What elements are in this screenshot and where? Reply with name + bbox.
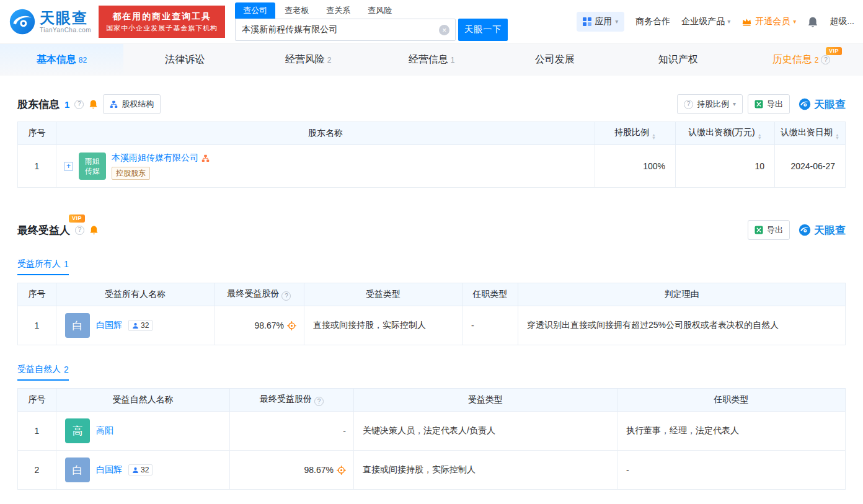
shareholders-section: 股东信息 1 ? 股权结构 ? 持股比例 ▾: [17, 94, 846, 188]
tab-company-development[interactable]: 公司发展: [493, 44, 616, 76]
tab-label: 法律诉讼: [165, 53, 205, 66]
equity-structure-button[interactable]: 股权结构: [103, 94, 161, 114]
nav-business-cooperation[interactable]: 商务合作: [635, 16, 670, 27]
tab-label: 历史信息: [772, 53, 812, 66]
nav-open-membership[interactable]: 开通会员 ▾: [741, 16, 796, 27]
tab-label: 经营信息: [409, 53, 448, 66]
nav-enterprise-products-label: 企业级产品: [681, 16, 725, 27]
row-index: 2: [18, 451, 56, 490]
tab-label: 经营风险: [285, 53, 325, 66]
nav-business-cooperation-label: 商务合作: [635, 16, 670, 27]
final-share-cell: -: [230, 412, 354, 451]
tab-count: 1: [451, 56, 455, 64]
top-nav: 应用 ▾ 商务合作 企业级产品 ▾ 开通会员 ▾ 超级...: [577, 12, 854, 32]
sort-icon[interactable]: ▲▼: [652, 133, 656, 139]
col-subscribed-capital[interactable]: 认缴出资额(万元)▲▼: [676, 122, 775, 145]
grid-apps-icon: [583, 17, 591, 26]
beneficiary-section: 最终受益人 VIP ? 导出: [17, 220, 846, 490]
person-link[interactable]: 白国辉: [96, 320, 122, 331]
beneficiary-title: 最终受益人: [17, 223, 70, 237]
tab-history-info[interactable]: VIP 历史信息 2 ?: [740, 44, 863, 76]
search-tab-risk[interactable]: 查风险: [360, 2, 400, 19]
nav-apps-label: 应用: [595, 16, 612, 27]
equity-structure-icon[interactable]: [201, 154, 210, 162]
export-button[interactable]: 导出: [748, 94, 790, 114]
col-index: 序号: [18, 283, 56, 306]
search-tab-company[interactable]: 查公司: [235, 2, 275, 19]
nav-apps-button[interactable]: 应用 ▾: [577, 12, 624, 32]
tab-label: 公司发展: [535, 53, 575, 66]
person-link[interactable]: 高阳: [96, 425, 113, 436]
person-avatar[interactable]: 白: [65, 313, 90, 338]
owner-name-cell: 白 白国辉 32: [56, 306, 215, 345]
subscribe-bell-icon[interactable]: [89, 99, 98, 109]
question-icon[interactable]: ?: [75, 226, 84, 235]
col-position-type: 任职类型: [462, 283, 518, 306]
question-icon[interactable]: ?: [281, 291, 291, 301]
position-type-value: -: [462, 306, 518, 345]
company-avatar[interactable]: 雨姐传媒: [79, 153, 106, 180]
search-button[interactable]: 天眼一下: [458, 19, 508, 41]
tab-basic-info[interactable]: 基本信息 82: [0, 44, 123, 76]
sort-icon[interactable]: ▲▼: [835, 133, 839, 139]
natural-name-cell: 白 白国辉 32: [56, 451, 230, 490]
crown-icon: [741, 17, 752, 27]
col-position-type: 任职类型: [617, 389, 846, 412]
equity-structure-label: 股权结构: [122, 99, 154, 110]
subtab-beneficial-owners[interactable]: 受益所有人 1: [17, 259, 69, 275]
question-icon[interactable]: ?: [314, 397, 324, 406]
export-button[interactable]: 导出: [748, 220, 790, 240]
person-avatar[interactable]: 高: [65, 418, 90, 443]
tianyancha-logo[interactable]: 天眼查 TianYanCha.com: [9, 8, 91, 35]
holding-ratio-label: 持股比例: [697, 99, 729, 110]
benefit-type-value: 直接或间接持股，实际控制人: [304, 306, 462, 345]
col-index: 序号: [18, 122, 56, 145]
tab-business-info[interactable]: 经营信息 1: [370, 44, 493, 76]
nav-enterprise-products[interactable]: 企业级产品 ▾: [681, 16, 730, 27]
logo-title: 天眼查: [40, 10, 91, 26]
chevron-down-icon: ▾: [793, 19, 796, 25]
equity-penetration-icon[interactable]: [287, 321, 296, 330]
search-row: × 天眼一下: [235, 19, 508, 41]
nav-username[interactable]: 超级...: [830, 16, 854, 27]
question-icon[interactable]: ?: [821, 55, 830, 64]
col-judgment-reason: 判定理由: [518, 283, 846, 306]
shareholders-table: 序号 股东名称 持股比例▲▼ 认缴出资额(万元)▲▼ 认缴出资日期▲▼ 1: [17, 122, 846, 188]
search-tab-relation[interactable]: 查关系: [318, 2, 358, 19]
expand-icon[interactable]: +: [64, 162, 73, 171]
tab-intellectual-property[interactable]: 知识产权: [616, 44, 740, 76]
beneficial-natural-row: 1 高 高阳 - 关键决策人员，法定代表人/负责人 执行董事，经理，法定代表人: [18, 412, 846, 451]
tab-label: 知识产权: [658, 53, 698, 66]
equity-penetration-icon[interactable]: [337, 466, 346, 475]
person-companies-badge[interactable]: 32: [128, 320, 153, 331]
col-subscribed-date[interactable]: 认缴出资日期▲▼: [775, 122, 846, 145]
subtab-beneficial-naturals[interactable]: 受益自然人 2: [17, 364, 69, 381]
col-benefit-type: 受益类型: [354, 389, 617, 412]
excel-export-icon: [755, 100, 763, 108]
benefit-type-value: 关键决策人员，法定代表人/负责人: [354, 412, 617, 451]
tab-legal-proceedings[interactable]: 法律诉讼: [123, 44, 247, 76]
person-companies-badge[interactable]: 32: [128, 464, 153, 475]
tab-operation-risk[interactable]: 经营风险 2: [247, 44, 370, 76]
promo-banner[interactable]: 都在用的商业查询工具 国家中小企业发展子基金旗下机构: [99, 6, 225, 38]
subscribe-bell-icon[interactable]: [89, 225, 99, 235]
sort-icon[interactable]: ▲▼: [758, 133, 762, 139]
col-holding-ratio[interactable]: 持股比例▲▼: [595, 122, 676, 145]
final-share-cell: 98.67%: [230, 451, 354, 490]
holding-ratio-filter[interactable]: ? 持股比例 ▾: [677, 94, 743, 114]
export-label: 导出: [767, 224, 783, 236]
person-link[interactable]: 白国辉: [96, 464, 122, 475]
logo-text: 天眼查 TianYanCha.com: [40, 10, 91, 33]
col-benefit-type: 受益类型: [304, 283, 462, 306]
search-input[interactable]: [236, 19, 455, 40]
shareholder-company-link[interactable]: 本溪雨姐传媒有限公司: [112, 153, 198, 164]
notification-bell-icon[interactable]: [807, 16, 818, 28]
beneficial-naturals-table: 序号 受益自然人名称 最终受益股份 ? 受益类型 任职类型 1 高 高阳: [17, 388, 846, 490]
search-tab-boss[interactable]: 查老板: [277, 2, 317, 19]
subtab-label: 受益所有人: [17, 259, 61, 270]
question-icon[interactable]: ?: [74, 100, 84, 109]
subtab-count: 1: [64, 259, 69, 269]
row-index: 1: [18, 412, 56, 451]
person-avatar[interactable]: 白: [65, 458, 90, 482]
tianyancha-eye-icon: [799, 224, 811, 236]
